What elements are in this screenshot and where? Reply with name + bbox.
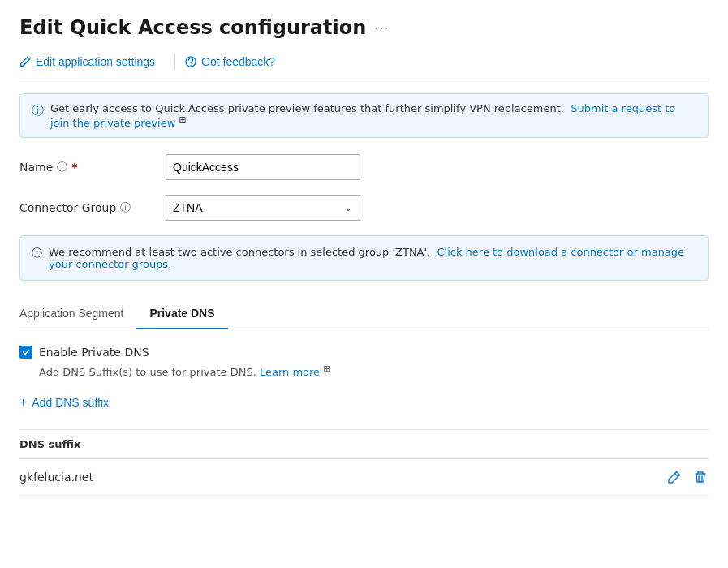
connector-group-select[interactable]: ZTNA [166,195,360,221]
private-dns-content: Enable Private DNS Add DNS Suffix(s) to … [19,346,709,495]
connector-group-field-row: Connector Group ⓘ ZTNA ⌄ [19,195,709,221]
edit-dns-entry-button[interactable] [666,469,683,485]
delete-dns-entry-button[interactable] [692,469,709,485]
checkmark-icon [22,348,30,356]
connector-group-label: Connector Group ⓘ [19,200,166,215]
page-title-row: Edit Quick Access configuration ··· [19,16,709,39]
add-dns-suffix-button[interactable]: + Add DNS suffix [19,392,109,413]
table-row: gkfelucia.net [19,459,709,496]
dns-subtitle: Add DNS Suffix(s) to use for private DNS… [39,364,709,378]
info-banner-text: Get early access to Quick Access private… [50,102,564,114]
row-actions [644,469,709,485]
connector-banner-text: We recommend at least two active connect… [49,246,430,258]
name-input[interactable] [166,154,360,180]
info-icon: ⓘ [32,103,44,118]
trash-icon [694,471,707,484]
connector-recommendation-banner: ⓘ We recommend at least two active conne… [19,235,709,281]
name-info-icon: ⓘ [57,160,67,174]
plus-icon: + [19,395,27,410]
connector-group-select-wrapper: ZTNA ⌄ [166,195,360,221]
name-field-row: Name ⓘ * [19,154,709,180]
dns-table: DNS suffix gkfelucia.net [19,429,709,496]
dns-table-header: DNS suffix [19,430,709,459]
connector-info-icon: ⓘ [32,246,42,260]
title-overflow-menu[interactable]: ··· [374,19,388,37]
page-title: Edit Quick Access configuration [19,16,366,39]
tabs: Application Segment Private DNS [19,300,709,329]
name-required-indicator: * [71,161,77,174]
enable-private-dns-label: Enable Private DNS [39,346,149,359]
tab-private-dns[interactable]: Private DNS [136,300,227,329]
enable-private-dns-checkbox[interactable] [19,346,32,359]
edit-icon [19,56,31,67]
dns-suffix-value: gkfelucia.net [19,471,644,484]
edit-application-settings-button[interactable]: Edit application settings [19,52,165,71]
learn-more-ext-icon: ⊞ [323,364,330,374]
external-link-icon: ⊞ [179,114,187,125]
feedback-button[interactable]: Got feedback? [185,52,285,71]
info-banner: ⓘ Get early access to Quick Access priva… [19,93,709,138]
name-label: Name ⓘ * [19,160,166,174]
tab-application-segment[interactable]: Application Segment [19,300,136,329]
pencil-icon [668,471,681,484]
toolbar: Edit application settings Got feedback? [19,52,709,80]
feedback-icon [185,56,196,67]
learn-more-link[interactable]: Learn more [260,367,320,379]
dns-suffix-column-header: DNS suffix [19,438,644,450]
connector-group-info-icon: ⓘ [120,200,131,215]
toolbar-divider [174,54,175,70]
svg-point-1 [190,65,191,66]
enable-private-dns-row: Enable Private DNS [19,346,709,359]
